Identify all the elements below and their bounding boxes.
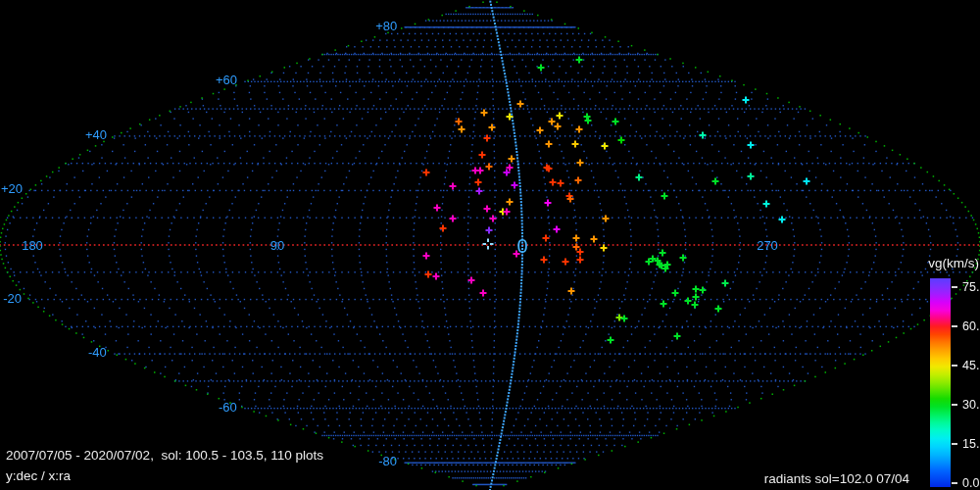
dec-axis-label: -40 xyxy=(88,346,107,360)
sky-map-canvas[interactable] xyxy=(0,0,980,490)
ra-axis-label: 270 xyxy=(757,239,778,253)
dec-axis-label: +60 xyxy=(216,74,237,87)
ra-axis-label: 0 xyxy=(516,239,527,253)
dec-axis-label: +40 xyxy=(85,128,107,142)
ra-axis-label: 90 xyxy=(270,239,284,253)
date-range-status: 2007/07/05 - 2020/07/02, sol: 100.5 - 10… xyxy=(6,448,323,464)
dec-axis-label: -60 xyxy=(219,401,237,415)
ra-axis-label: 180 xyxy=(22,239,43,253)
dec-axis-label: +20 xyxy=(1,182,23,196)
dec-axis-label: +80 xyxy=(375,20,397,33)
dec-axis-label: -20 xyxy=(3,292,22,306)
radiants-sol-status: radiants sol=102.0 07/04 xyxy=(764,471,909,486)
axes-legend: y:dec / x:ra xyxy=(6,468,71,484)
dec-axis-label: -80 xyxy=(378,455,397,468)
